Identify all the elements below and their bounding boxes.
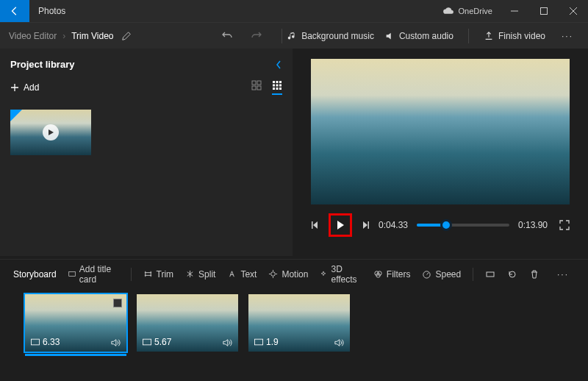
filters-icon: [373, 269, 383, 279]
finish-video-button[interactable]: Finish video: [484, 31, 545, 41]
fullscreen-button[interactable]: [559, 220, 570, 230]
volume-icon: [110, 338, 121, 347]
add-media-button[interactable]: Add: [10, 82, 39, 93]
svg-rect-25: [254, 339, 262, 345]
breadcrumb-root[interactable]: Video Editor: [9, 31, 57, 41]
seek-slider[interactable]: [417, 224, 509, 227]
svg-rect-1: [252, 81, 256, 85]
svg-rect-10: [279, 85, 282, 87]
collapse-panel-button[interactable]: [275, 60, 282, 69]
play-overlay-icon: [43, 124, 59, 140]
frame-back-button[interactable]: [311, 221, 320, 229]
clip-duration: 1.9: [266, 337, 279, 347]
close-icon: [570, 7, 577, 15]
motion-button[interactable]: Motion: [268, 269, 308, 279]
storyboard-clip[interactable]: 5.67: [137, 294, 238, 352]
motion-icon: [268, 269, 278, 279]
preview-panel: 0:04.33 0:13.90: [293, 49, 588, 256]
undo-button[interactable]: [221, 30, 233, 42]
divider: [131, 268, 132, 281]
step-forward-icon: [361, 221, 370, 229]
svg-point-17: [271, 272, 276, 277]
title-bar: Photos OneDrive: [0, 0, 588, 22]
svg-rect-11: [273, 88, 275, 90]
rotate-icon: [507, 269, 517, 279]
svg-rect-7: [279, 81, 282, 83]
svg-rect-12: [276, 88, 279, 90]
storyboard-title: Storyboard: [13, 269, 57, 279]
clip-volume-button[interactable]: [334, 338, 344, 347]
divider: [468, 29, 469, 43]
play-icon: [336, 220, 345, 230]
close-button[interactable]: [559, 0, 588, 22]
chevron-left-icon: [275, 60, 282, 69]
delete-button[interactable]: [529, 269, 539, 279]
redo-button[interactable]: [251, 30, 262, 42]
grid-large-view-button[interactable]: [251, 80, 262, 95]
in-use-badge: [10, 110, 22, 121]
custom-audio-button[interactable]: Custom audio: [384, 31, 453, 41]
app-title: Photos: [29, 6, 65, 16]
text-button[interactable]: Text: [227, 269, 257, 279]
divider: [282, 29, 282, 43]
trash-icon: [529, 269, 539, 279]
plus-icon: [10, 83, 19, 92]
frame-forward-button[interactable]: [361, 221, 370, 229]
svg-rect-23: [31, 339, 39, 345]
redo-icon: [251, 30, 262, 42]
add-media-label: Add: [24, 82, 39, 93]
export-icon: [484, 31, 494, 41]
filters-button[interactable]: Filters: [373, 269, 411, 279]
volume-icon: [222, 338, 232, 347]
video-preview[interactable]: [311, 59, 570, 204]
undo-icon: [221, 30, 233, 42]
resize-button[interactable]: [485, 269, 495, 279]
minimize-button[interactable]: [500, 0, 529, 22]
breadcrumb-current: Trim Video: [71, 31, 113, 41]
finish-video-label: Finish video: [498, 31, 545, 41]
project-library-panel: Project library Add: [0, 49, 293, 256]
speed-button[interactable]: Speed: [422, 269, 461, 279]
seek-knob[interactable]: [440, 219, 452, 231]
library-media-item[interactable]: [10, 110, 91, 155]
volume-icon: [334, 338, 344, 347]
card-icon: [68, 269, 76, 279]
grid-small-view-button[interactable]: [272, 80, 282, 95]
storyboard-toolbar: Storyboard Add title card Trim Split Tex…: [0, 259, 588, 288]
back-button[interactable]: [0, 0, 29, 22]
storyboard-clip[interactable]: 6.33: [25, 294, 126, 352]
svg-rect-0: [541, 8, 548, 15]
add-title-card-button[interactable]: Add title card: [68, 264, 119, 285]
project-library-title: Project library: [10, 59, 74, 70]
svg-rect-13: [279, 88, 282, 90]
svg-rect-6: [276, 81, 279, 83]
clip-checkbox[interactable]: [113, 299, 122, 307]
background-music-label: Background music: [301, 31, 374, 41]
maximize-button[interactable]: [529, 0, 559, 22]
storyboard-clip[interactable]: 1.9: [248, 294, 350, 352]
background-music-button[interactable]: Background music: [287, 31, 374, 41]
clip-volume-button[interactable]: [222, 338, 232, 347]
storyboard-more-button[interactable]: ···: [557, 269, 569, 279]
svg-rect-16: [68, 272, 75, 277]
grid-large-icon: [251, 80, 262, 90]
sparkle-icon: [320, 269, 327, 279]
clip-volume-button[interactable]: [110, 338, 121, 347]
trim-button[interactable]: Trim: [143, 269, 174, 279]
maximize-icon: [540, 7, 548, 15]
minimize-icon: [511, 7, 518, 15]
audio-icon: [384, 31, 395, 41]
play-button[interactable]: [329, 213, 352, 237]
3d-effects-button[interactable]: 3D effects: [320, 264, 361, 285]
rotate-button[interactable]: [507, 269, 517, 279]
speed-icon: [422, 269, 431, 279]
svg-rect-15: [368, 221, 370, 229]
split-button[interactable]: Split: [185, 269, 215, 279]
step-back-icon: [311, 221, 320, 229]
more-button[interactable]: ···: [562, 31, 573, 41]
resize-icon: [485, 269, 495, 279]
onedrive-status[interactable]: OneDrive: [442, 7, 492, 15]
rename-button[interactable]: [121, 31, 132, 41]
grid-small-icon: [272, 80, 282, 90]
clip-duration-icon: [31, 338, 40, 346]
